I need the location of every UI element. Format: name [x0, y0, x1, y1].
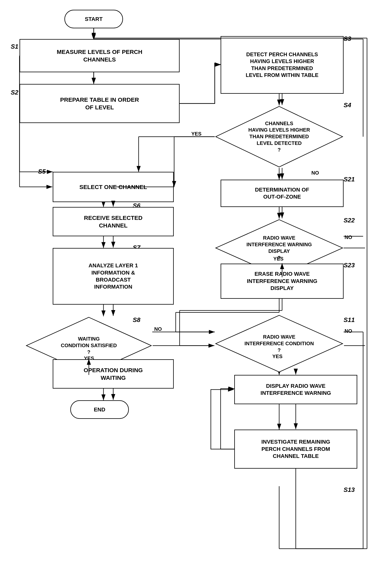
detect-text: DETECT PERCH CHANNELSHAVING LEVELS HIGHE…: [246, 51, 319, 78]
operation-text: OPERATION DURINGWAITING: [84, 366, 143, 382]
investigate-text: INVESTIGATE REMAININGPERCH CHANNELS FROM…: [261, 438, 330, 460]
display-radio-text: DISPLAY RADIO WAVEINTERFERENCE WARNING: [261, 383, 331, 397]
s1-label: S1: [11, 43, 18, 50]
start-node: START: [64, 10, 123, 28]
s13-label: S13: [344, 486, 355, 493]
start-label: START: [85, 16, 103, 22]
s4-no-label: NO: [311, 170, 319, 176]
measure-text: MEASURE LEVELS OF PERCHCHANNELS: [57, 48, 142, 63]
s11-label: S11: [344, 316, 355, 324]
receive-text: RECEIVE SELECTEDCHANNEL: [84, 214, 143, 229]
operation-box: OPERATION DURINGWAITING: [53, 359, 174, 389]
channels-detected-diamond: CHANNELSHAVING LEVELS HIGHERTHAN PREDETE…: [215, 106, 344, 168]
s22-no-label: NO: [345, 234, 352, 240]
receive-box: RECEIVE SELECTEDCHANNEL: [53, 207, 174, 236]
s4-yes-label: YES: [191, 131, 202, 137]
radio-condition-text: RADIO WAVEINTERFERENCE CONDITION?: [237, 332, 321, 355]
analyze-box: ANALYZE LAYER 1INFORMATION &BROADCASTINF…: [53, 248, 174, 305]
s21-label: S21: [344, 176, 355, 183]
waiting-text: WAITINGCONDITION SATISFIED?: [53, 334, 125, 357]
out-of-zone-box: DETERMINATION OFOUT-OF-ZONE: [221, 180, 344, 207]
s3-label: S3: [344, 35, 351, 42]
channels-detected-text: CHANNELSHAVING LEVELS HIGHERTHAN PREDETE…: [241, 118, 318, 155]
end-label: END: [94, 406, 105, 413]
s11-no-label: NO: [345, 328, 352, 334]
select-text: SELECT ONE CHANNEL: [79, 183, 147, 191]
prepare-box: PREPARE TABLE IN ORDEROF LEVEL: [20, 84, 179, 123]
radio-warning-text: RADIO WAVEINTERFERENCE WARNINGDISPLAY?: [239, 233, 320, 263]
erase-radio-text: ERASE RADIO WAVEINTERFERENCE WARNINGDISP…: [247, 270, 318, 292]
prepare-text: PREPARE TABLE IN ORDEROF LEVEL: [60, 96, 139, 111]
select-box: SELECT ONE CHANNEL: [53, 172, 174, 202]
end-node: END: [70, 400, 129, 419]
s8-no-label: NO: [154, 326, 162, 332]
investigate-box: INVESTIGATE REMAININGPERCH CHANNELS FROM…: [234, 430, 357, 469]
measure-box: MEASURE LEVELS OF PERCHCHANNELS: [20, 39, 179, 72]
s23-label: S23: [344, 262, 355, 269]
s2-label: S2: [11, 89, 18, 96]
s4-label: S4: [344, 102, 351, 109]
radio-condition-diamond: RADIO WAVEINTERFERENCE CONDITION?: [215, 314, 344, 373]
s5-label: S5: [38, 168, 46, 175]
detect-box: DETECT PERCH CHANNELSHAVING LEVELS HIGHE…: [221, 36, 344, 94]
display-radio-box: DISPLAY RADIO WAVEINTERFERENCE WARNING: [234, 375, 357, 404]
erase-radio-box: ERASE RADIO WAVEINTERFERENCE WARNINGDISP…: [221, 264, 344, 299]
analyze-text: ANALYZE LAYER 1INFORMATION &BROADCASTINF…: [88, 262, 138, 290]
out-of-zone-text: DETERMINATION OFOUT-OF-ZONE: [255, 186, 309, 201]
s22-label: S22: [344, 217, 355, 224]
flowchart: START S1 MEASURE LEVELS OF PERCHCHANNELS…: [0, 0, 392, 577]
